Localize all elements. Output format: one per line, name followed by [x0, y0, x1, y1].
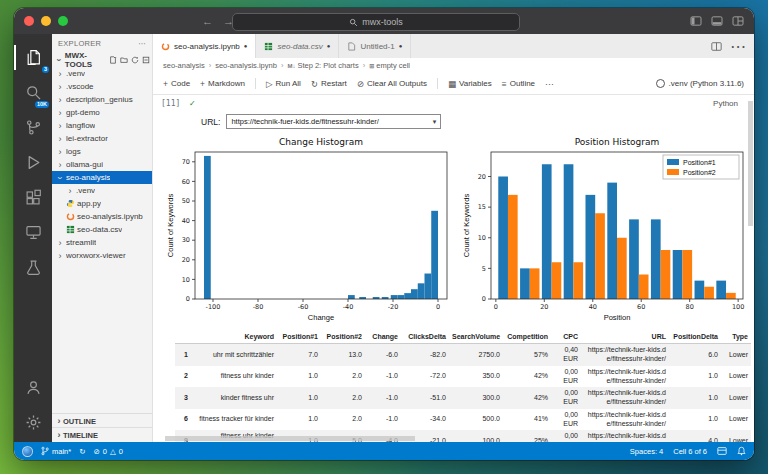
editor-actions-more[interactable]: ⋯ — [730, 37, 746, 56]
split-editor-icon[interactable] — [711, 42, 722, 51]
activity-remote-explorer[interactable] — [14, 215, 52, 250]
svg-text:Count of Keywords: Count of Keywords — [166, 194, 175, 258]
tree-item-seo-analysis[interactable]: ›seo-analysis — [52, 171, 152, 184]
table-cell: Lower — [721, 387, 751, 409]
activity-search[interactable]: 10K — [14, 75, 52, 110]
tree-item-ollama-gui[interactable]: ›ollama-gui — [52, 158, 152, 171]
execution-count: [11] — [161, 99, 180, 108]
cell-language-picker[interactable]: Python — [713, 99, 738, 108]
tree-item-logs[interactable]: ›logs — [52, 145, 152, 158]
toggle-sidebar-icon[interactable] — [690, 16, 702, 26]
svg-text:20: 20 — [478, 173, 486, 181]
svg-text:-40: -40 — [343, 303, 354, 311]
add-markdown-cell-button[interactable]: +Markdown — [200, 79, 245, 89]
refresh-icon[interactable] — [131, 56, 139, 64]
history-back-icon[interactable]: ← — [202, 15, 213, 27]
toggle-panel-icon[interactable] — [711, 16, 723, 26]
svg-text:20: 20 — [540, 303, 548, 311]
svg-text:15: 15 — [478, 203, 486, 211]
close-window-button[interactable] — [24, 16, 34, 26]
svg-text:60: 60 — [637, 303, 645, 311]
svg-text:Change Histogram: Change Histogram — [279, 137, 363, 147]
activity-settings[interactable] — [14, 405, 52, 440]
activity-source-control[interactable] — [14, 110, 52, 145]
new-folder-icon[interactable] — [120, 56, 128, 64]
add-code-cell-button[interactable]: +Code — [163, 79, 190, 89]
git-branch-indicator[interactable]: main* — [41, 446, 71, 456]
chevron-right-icon: › — [56, 83, 64, 91]
variables-button[interactable]: ▦Variables — [448, 79, 492, 89]
chevron-right-icon: › — [56, 109, 64, 117]
outline-section[interactable]: › OUTLINE — [52, 413, 152, 428]
table-cell: uhr mit schrittzähler — [191, 344, 277, 366]
restart-kernel-button[interactable]: ↻Restart — [311, 79, 347, 89]
tab-untitled-1[interactable]: Untitled-1 ● — [339, 34, 411, 58]
new-file-icon[interactable] — [109, 56, 117, 64]
breadcrumb-item[interactable]: seo-analysis — [163, 61, 205, 70]
table-cell: 350.0 — [449, 366, 503, 388]
notebook-icon — [161, 42, 170, 51]
plus-icon: + — [200, 79, 205, 89]
timeline-section[interactable]: › TIMELINE — [52, 427, 152, 442]
vertical-scrollbar[interactable] — [748, 101, 753, 226]
url-dropdown[interactable]: https://technik-fuer-kids.de/fitnessuhr-… — [226, 114, 441, 129]
minimize-window-button[interactable] — [41, 16, 51, 26]
kernel-picker[interactable]: .venv (Python 3.11.6) — [656, 79, 744, 88]
tree-item-langflow[interactable]: ›langflow — [52, 119, 152, 132]
table-cell: 1.0 — [669, 366, 721, 388]
cell-position-indicator[interactable]: Cell 6 of 6 — [673, 447, 707, 456]
tab-seo-data-csv[interactable]: seo-data.csv ● — [256, 34, 339, 58]
sync-button[interactable]: ↻ — [79, 447, 85, 456]
tree-item-description-genius[interactable]: ›description_genius — [52, 93, 152, 106]
outline-button[interactable]: ≡Outline — [502, 79, 535, 89]
column-header: URL — [581, 331, 669, 344]
clear-outputs-button[interactable]: ⊘Clear All Outputs — [357, 79, 427, 89]
table-cell: 7.0 — [277, 344, 321, 366]
tree-item--vscode[interactable]: ›.vscode — [52, 80, 152, 93]
activity-explorer[interactable]: 3 — [14, 40, 52, 75]
tab-seo-analysis-ipynb[interactable]: seo-analysis.ipynb ● — [153, 34, 256, 58]
column-header: ClicksDelta — [401, 331, 449, 344]
breadcrumb-item[interactable]: seo-analysis.ipynb — [215, 61, 277, 70]
chevron-right-icon: › — [55, 417, 63, 425]
activity-extensions[interactable] — [14, 180, 52, 215]
modified-dot-icon[interactable]: ● — [399, 43, 403, 49]
tree-item-seo-data-csv[interactable]: seo-data.csv — [52, 223, 152, 236]
collapse-all-icon[interactable] — [142, 56, 150, 64]
tree-item-seo-analysis-ipynb[interactable]: seo-analysis.ipynb — [52, 210, 152, 223]
customize-layout-icon[interactable] — [732, 16, 744, 26]
indentation-indicator[interactable]: Spaces: 4 — [630, 447, 663, 456]
profile-badge[interactable] — [22, 446, 33, 457]
notebook-layout-icon[interactable] — [717, 447, 727, 455]
notebook-file-icon — [66, 212, 75, 221]
bell-icon[interactable] — [737, 446, 746, 456]
file-icon — [347, 42, 356, 51]
toolbar-more-button[interactable]: ⋯ — [545, 79, 554, 89]
tree-item-lei-extractor[interactable]: ›lei-extractor — [52, 132, 152, 145]
command-center-search[interactable]: mwx-tools — [232, 13, 520, 31]
tree-item-app-py[interactable]: app.py — [52, 197, 152, 210]
run-all-button[interactable]: ▷Run All — [266, 79, 301, 89]
modified-dot-icon[interactable]: ● — [244, 43, 248, 49]
tree-item-worxworx-viewer[interactable]: ›worxworx-viewer — [52, 249, 152, 262]
tree-item--venv[interactable]: ›.venv — [52, 67, 152, 80]
tree-item-streamlit[interactable]: ›streamlit — [52, 236, 152, 249]
activity-accounts[interactable] — [14, 370, 52, 405]
zoom-window-button[interactable] — [58, 16, 68, 26]
sidebar-more-button[interactable]: ⋯ — [138, 39, 146, 48]
search-badge: 10K — [35, 101, 49, 108]
modified-dot-icon[interactable]: ● — [327, 43, 331, 49]
problems-indicator[interactable]: ⊘0 △0 — [93, 447, 122, 456]
variables-icon: ▦ — [448, 79, 456, 89]
horizontal-scrollbar[interactable] — [165, 436, 415, 441]
tree-item--venv[interactable]: ›.venv — [52, 184, 152, 197]
tree-item-gpt-demo[interactable]: ›gpt-demo — [52, 106, 152, 119]
svg-text:40: 40 — [182, 217, 190, 225]
table-cell: Lower — [721, 344, 751, 366]
breadcrumb-item[interactable]: M↓Step 2: Plot charts — [287, 61, 358, 70]
table-cell: 0,40 EUR — [551, 344, 581, 366]
activity-run-debug[interactable] — [14, 145, 52, 180]
breadcrumb-item[interactable]: ⊞empty cell — [369, 61, 410, 70]
activity-testing[interactable] — [14, 250, 52, 285]
workspace-section-header[interactable]: › MWX-TOOLS — [52, 52, 152, 67]
